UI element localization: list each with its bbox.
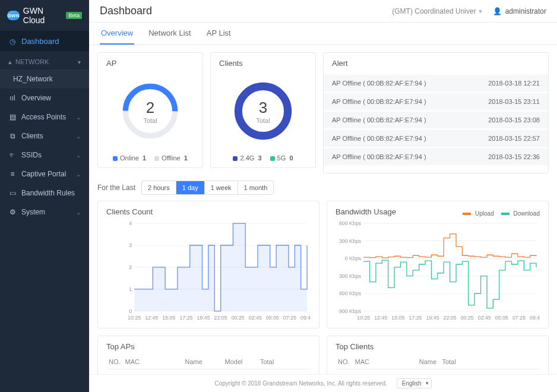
user-icon: 👤 xyxy=(493,7,502,15)
svg-text:300 Kbps: 300 Kbps xyxy=(339,273,362,279)
svg-text:600 Kbps: 600 Kbps xyxy=(339,220,362,226)
svg-text:0: 0 xyxy=(129,308,132,314)
clients-card: Clients 3 Total 2.4G 3 5G 0 xyxy=(210,52,316,168)
main: Dashboard (GMT) Coordinated Univer ▾ 👤 a… xyxy=(89,0,557,392)
svg-text:12:45: 12:45 xyxy=(145,315,158,321)
chevron-down-icon: ⌄ xyxy=(76,171,81,178)
svg-text:10:25: 10:25 xyxy=(357,315,370,321)
svg-text:3: 3 xyxy=(129,242,132,248)
svg-text:00:25: 00:25 xyxy=(461,315,474,321)
sidebar-item-ssids[interactable]: ᯤ SSIDs ⌄ xyxy=(0,146,89,165)
svg-text:09:45: 09:45 xyxy=(300,315,311,321)
tab-ap-list[interactable]: AP List xyxy=(205,23,232,45)
time-range-1week[interactable]: 1 week xyxy=(205,181,238,194)
svg-text:19:45: 19:45 xyxy=(197,315,210,321)
user-menu[interactable]: 👤 administrator xyxy=(493,7,546,15)
svg-text:0 Kbps: 0 Kbps xyxy=(345,255,362,261)
svg-text:2: 2 xyxy=(129,264,132,270)
time-range-2hours[interactable]: 2 hours xyxy=(142,181,176,194)
svg-text:05:05: 05:05 xyxy=(266,315,279,321)
svg-text:19:45: 19:45 xyxy=(426,315,439,321)
clients-total: 3 xyxy=(256,99,270,117)
bandwidth-title: Bandwidth Usage xyxy=(336,207,396,216)
sidebar-dashboard[interactable]: ◷ Dashboard xyxy=(0,31,89,52)
top-aps-title: Top APs xyxy=(106,342,311,351)
clients-count-chart: 0123410:2512:4515:0517:2519:4522:0500:25… xyxy=(106,220,311,322)
clients-card-title: Clients xyxy=(219,59,307,68)
svg-text:02:45: 02:45 xyxy=(478,315,491,321)
time-range: For the Last 2 hours1 day1 week1 month xyxy=(97,181,549,195)
chevron-down-icon: ⌄ xyxy=(76,114,81,121)
svg-text:15:05: 15:05 xyxy=(391,315,404,321)
brand: GWN GWN Cloud Beta xyxy=(0,0,89,31)
ap-total: 2 xyxy=(143,99,157,117)
clients-total-label: Total xyxy=(256,117,270,124)
alert-card: Alert AP Offline ( 00:0B:82:AF:E7:94 )20… xyxy=(323,52,549,173)
svg-text:22:05: 22:05 xyxy=(444,315,457,321)
svg-text:600 Kbps: 600 Kbps xyxy=(339,290,362,296)
tab-overview[interactable]: Overview xyxy=(100,23,134,45)
legend-upload: Upload xyxy=(463,210,493,217)
bars-icon: ııl xyxy=(8,94,17,102)
sidebar-item-captive-portal[interactable]: ≡ Captive Portal ⌄ xyxy=(0,165,89,184)
brand-logo-icon: GWN xyxy=(7,11,20,20)
svg-text:09:45: 09:45 xyxy=(530,315,540,321)
timezone-select[interactable]: (GMT) Coordinated Univer ▾ xyxy=(392,7,482,15)
gauge-icon: ◷ xyxy=(8,37,17,46)
caret-down-icon: ▾ xyxy=(479,7,482,15)
alert-title: Alert xyxy=(324,59,548,71)
alert-row[interactable]: AP Offline ( 00:0B:82:AF:E7:94 )2018-03-… xyxy=(324,112,548,128)
wifi-icon: ᯤ xyxy=(8,151,17,159)
legend-download: Download xyxy=(501,210,540,217)
svg-text:1: 1 xyxy=(129,286,132,292)
svg-text:15:05: 15:05 xyxy=(162,315,175,321)
devices-icon: ⧉ xyxy=(8,132,17,140)
language-select[interactable]: English xyxy=(397,378,432,388)
svg-text:4: 4 xyxy=(129,220,132,226)
caret-down-icon: ▾ xyxy=(78,59,81,65)
sidebar-network-name[interactable]: HZ_Network xyxy=(0,69,89,88)
sidebar-item-overview[interactable]: ııl Overview xyxy=(0,88,89,108)
top-clients-title: Top Clients xyxy=(336,342,540,351)
rules-icon: ▭ xyxy=(8,189,17,197)
sidebar-item-system[interactable]: ⚙ System ⌄ xyxy=(0,203,89,222)
tabs: Overview Network List AP List xyxy=(89,23,557,45)
chevron-down-icon: ⌄ xyxy=(76,133,81,140)
sidebar-item-access-points[interactable]: ▤ Access Points ⌄ xyxy=(0,108,89,127)
svg-text:900 Kbps: 900 Kbps xyxy=(339,308,362,314)
tab-network-list[interactable]: Network List xyxy=(147,23,192,45)
beta-badge: Beta xyxy=(66,12,82,19)
time-range-1day[interactable]: 1 day xyxy=(176,181,205,194)
svg-text:22:05: 22:05 xyxy=(214,315,227,321)
time-range-1month[interactable]: 1 month xyxy=(238,181,274,194)
alert-row[interactable]: AP Offline ( 00:0B:82:AF:E7:94 )2018-03-… xyxy=(324,130,548,147)
alert-row[interactable]: AP Offline ( 00:0B:82:AF:E7:94 )2018-03-… xyxy=(324,75,548,91)
svg-text:07:25: 07:25 xyxy=(283,315,296,321)
svg-text:02:45: 02:45 xyxy=(249,315,262,321)
ap-card-title: AP xyxy=(106,59,194,68)
clients-count-chart-card: Clients Count 0123410:2512:4515:0517:251… xyxy=(97,201,319,328)
time-range-label: For the Last xyxy=(97,184,135,192)
svg-text:05:05: 05:05 xyxy=(495,315,508,321)
page-title: Dashboard xyxy=(100,5,152,17)
ap-card: AP 2 Total Online 1 Offline 1 xyxy=(97,52,203,168)
sidebar: GWN GWN Cloud Beta ◷ Dashboard ▴NETWORK … xyxy=(0,0,89,392)
chevron-down-icon: ⌄ xyxy=(76,152,81,159)
sidebar-item-bandwidth-rules[interactable]: ▭ Bandwidth Rules xyxy=(0,184,89,203)
sidebar-section-network[interactable]: ▴NETWORK ▾ xyxy=(0,52,89,69)
sidebar-item-clients[interactable]: ⧉ Clients ⌄ xyxy=(0,127,89,146)
alert-row[interactable]: AP Offline ( 00:0B:82:AF:E7:94 )2018-03-… xyxy=(324,93,548,110)
content: AP 2 Total Online 1 Offline 1 xyxy=(89,45,557,392)
topbar: Dashboard (GMT) Coordinated Univer ▾ 👤 a… xyxy=(89,0,557,23)
ap-icon: ▤ xyxy=(8,113,17,121)
svg-text:17:25: 17:25 xyxy=(179,315,192,321)
alert-row[interactable]: AP Offline ( 00:0B:82:AF:E7:94 )2018-03-… xyxy=(324,148,548,165)
footer: Copyright © 2018 Grandstream Networks, I… xyxy=(89,374,557,392)
chevron-down-icon: ⌄ xyxy=(76,209,81,216)
sidebar-dashboard-label: Dashboard xyxy=(21,37,59,46)
ap-total-label: Total xyxy=(143,117,157,124)
copyright: Copyright © 2018 Grandstream Networks, I… xyxy=(214,380,387,387)
svg-text:300 Kbps: 300 Kbps xyxy=(339,238,362,244)
clients-count-title: Clients Count xyxy=(106,207,153,216)
bandwidth-chart-card: Bandwidth Usage Upload Download 600 Kbps… xyxy=(327,201,549,328)
